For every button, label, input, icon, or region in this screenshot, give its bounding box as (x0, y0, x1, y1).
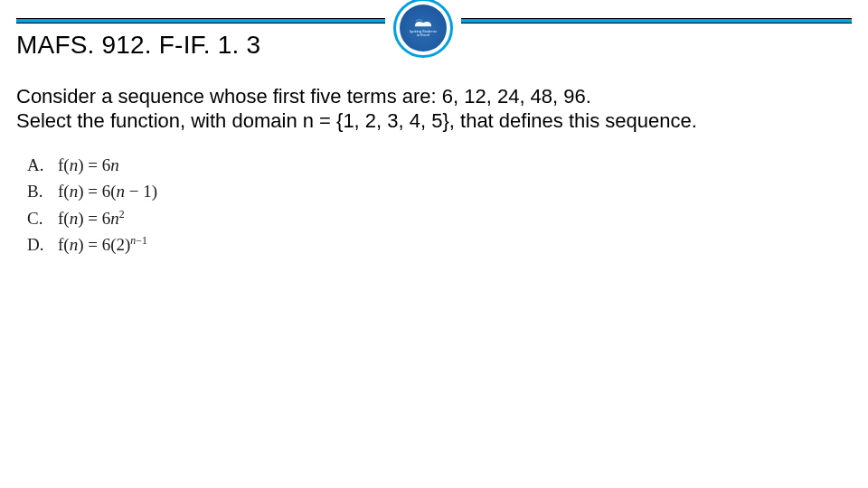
header-rule-right (461, 18, 852, 23)
choice-expression: f(n) = 6n2 (58, 205, 125, 231)
logo-ring-icon: Igniting Students to Excel (393, 0, 453, 58)
choice-expression: f(n) = 6(n − 1) (58, 178, 157, 204)
choice-label: D. (27, 231, 58, 258)
choice-label: A. (27, 152, 58, 178)
choice-b: B. f(n) = 6(n − 1) (27, 178, 157, 204)
choice-a: A. f(n) = 6n (27, 152, 157, 178)
header-rule-left (16, 18, 385, 23)
choice-label: B. (27, 178, 58, 204)
open-book-icon (413, 19, 433, 28)
choice-d: D. f(n) = 6(2)n−1 (27, 231, 157, 258)
answer-choices: A. f(n) = 6n B. f(n) = 6(n − 1) C. f(n) … (27, 152, 157, 258)
choice-c: C. f(n) = 6n2 (27, 205, 157, 231)
slide: Igniting Students to Excel MAFS. 912. F-… (0, 0, 868, 488)
problem-line-1: Consider a sequence whose first five ter… (16, 85, 839, 109)
standard-code: MAFS. 912. F-IF. 1. 3 (16, 31, 260, 60)
choice-expression: f(n) = 6(2)n−1 (58, 231, 147, 258)
logo-seal-icon: Igniting Students to Excel (400, 5, 447, 52)
district-logo: Igniting Students to Excel (393, 0, 453, 58)
choice-expression: f(n) = 6n (58, 152, 119, 178)
problem-line-2: Select the function, with domain n = {1,… (16, 109, 839, 134)
problem-statement: Consider a sequence whose first five ter… (16, 85, 839, 134)
logo-tagline: Igniting Students to Excel (410, 30, 437, 37)
choice-label: C. (27, 205, 58, 231)
